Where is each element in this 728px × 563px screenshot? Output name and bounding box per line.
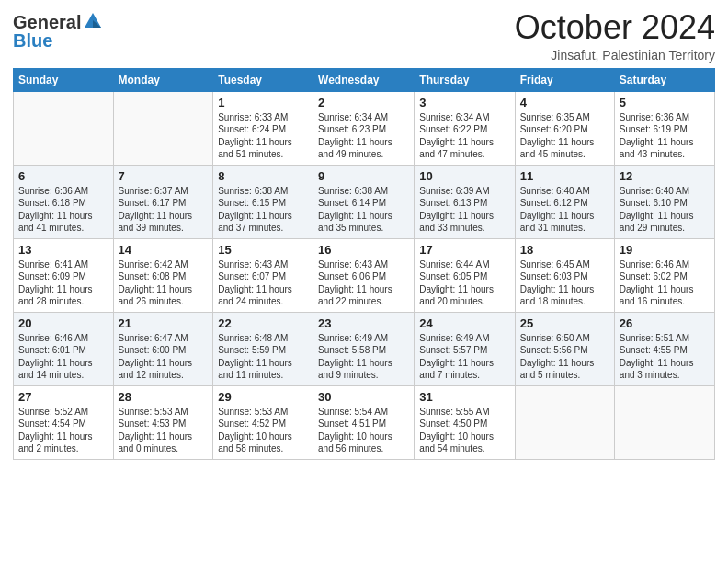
calendar-table: Sunday Monday Tuesday Wednesday Thursday… <box>13 68 715 460</box>
day-number: 31 <box>419 390 509 404</box>
day-number: 4 <box>520 96 609 109</box>
day-number: 10 <box>419 169 509 183</box>
day-number: 6 <box>18 169 108 183</box>
cell-info: Sunrise: 6:34 AMSunset: 6:22 PMDaylight:… <box>419 111 509 161</box>
day-number: 2 <box>318 96 409 109</box>
table-row: 1Sunrise: 6:33 AMSunset: 6:24 PMDaylight… <box>213 91 313 165</box>
cell-info: Sunrise: 5:53 AMSunset: 4:52 PMDaylight:… <box>218 406 308 455</box>
table-row: 4Sunrise: 6:35 AMSunset: 6:20 PMDaylight… <box>515 91 614 165</box>
day-number: 5 <box>620 96 710 109</box>
calendar-week-row: 6Sunrise: 6:36 AMSunset: 6:18 PMDaylight… <box>14 165 715 238</box>
day-number: 13 <box>18 243 108 257</box>
table-row: 10Sunrise: 6:39 AMSunset: 6:13 PMDayligh… <box>415 165 515 238</box>
cell-info: Sunrise: 6:42 AMSunset: 6:08 PMDaylight:… <box>119 259 209 308</box>
cell-info: Sunrise: 6:36 AMSunset: 6:18 PMDaylight:… <box>18 185 108 235</box>
table-row: 11Sunrise: 6:40 AMSunset: 6:12 PMDayligh… <box>515 165 614 238</box>
calendar-week-row: 1Sunrise: 6:33 AMSunset: 6:24 PMDaylight… <box>14 91 715 165</box>
table-row: 22Sunrise: 6:48 AMSunset: 5:59 PMDayligh… <box>213 312 313 385</box>
day-number: 12 <box>620 169 710 183</box>
day-number: 19 <box>620 243 710 257</box>
cell-info: Sunrise: 6:40 AMSunset: 6:10 PMDaylight:… <box>620 185 710 235</box>
day-number: 20 <box>18 316 108 330</box>
cell-info: Sunrise: 6:41 AMSunset: 6:09 PMDaylight:… <box>18 259 108 308</box>
cell-info: Sunrise: 6:39 AMSunset: 6:13 PMDaylight:… <box>419 185 509 235</box>
col-sunday: Sunday <box>14 68 114 91</box>
table-row: 23Sunrise: 6:49 AMSunset: 5:58 PMDayligh… <box>313 312 415 385</box>
day-number: 16 <box>318 243 409 257</box>
cell-info: Sunrise: 6:49 AMSunset: 5:57 PMDaylight:… <box>419 332 509 382</box>
table-row <box>515 385 614 459</box>
day-number: 22 <box>218 316 308 330</box>
cell-info: Sunrise: 6:38 AMSunset: 6:15 PMDaylight:… <box>218 185 308 235</box>
day-number: 17 <box>419 243 509 257</box>
table-row: 29Sunrise: 5:53 AMSunset: 4:52 PMDayligh… <box>213 385 313 459</box>
logo-general-text: General <box>13 13 81 31</box>
table-row: 6Sunrise: 6:36 AMSunset: 6:18 PMDaylight… <box>14 165 114 238</box>
day-number: 8 <box>218 169 308 183</box>
day-number: 9 <box>318 169 409 183</box>
cell-info: Sunrise: 6:33 AMSunset: 6:24 PMDaylight:… <box>218 111 308 161</box>
cell-info: Sunrise: 6:38 AMSunset: 6:14 PMDaylight:… <box>318 185 409 235</box>
table-row: 28Sunrise: 5:53 AMSunset: 4:53 PMDayligh… <box>113 385 213 459</box>
day-number: 30 <box>318 390 409 404</box>
table-row: 26Sunrise: 5:51 AMSunset: 4:55 PMDayligh… <box>614 312 714 385</box>
day-number: 14 <box>119 243 209 257</box>
table-row: 18Sunrise: 6:45 AMSunset: 6:03 PMDayligh… <box>515 238 614 312</box>
cell-info: Sunrise: 6:44 AMSunset: 6:05 PMDaylight:… <box>419 259 509 308</box>
cell-info: Sunrise: 6:48 AMSunset: 5:59 PMDaylight:… <box>218 332 308 382</box>
calendar-page: General Blue October 2024 Jinsafut, Pale… <box>0 0 728 563</box>
col-saturday: Saturday <box>614 68 714 91</box>
table-row: 15Sunrise: 6:43 AMSunset: 6:07 PMDayligh… <box>213 238 313 312</box>
cell-info: Sunrise: 5:53 AMSunset: 4:53 PMDaylight:… <box>119 406 209 455</box>
table-row: 24Sunrise: 6:49 AMSunset: 5:57 PMDayligh… <box>415 312 515 385</box>
col-wednesday: Wednesday <box>313 68 415 91</box>
cell-info: Sunrise: 6:46 AMSunset: 6:02 PMDaylight:… <box>620 259 710 308</box>
table-row: 14Sunrise: 6:42 AMSunset: 6:08 PMDayligh… <box>113 238 213 312</box>
day-number: 18 <box>520 243 609 257</box>
col-thursday: Thursday <box>415 68 515 91</box>
table-row: 30Sunrise: 5:54 AMSunset: 4:51 PMDayligh… <box>313 385 415 459</box>
cell-info: Sunrise: 5:55 AMSunset: 4:50 PMDaylight:… <box>419 406 509 455</box>
day-number: 23 <box>318 316 409 330</box>
table-row: 7Sunrise: 6:37 AMSunset: 6:17 PMDaylight… <box>113 165 213 238</box>
cell-info: Sunrise: 6:43 AMSunset: 6:06 PMDaylight:… <box>318 259 409 308</box>
col-friday: Friday <box>515 68 614 91</box>
table-row: 9Sunrise: 6:38 AMSunset: 6:14 PMDaylight… <box>313 165 415 238</box>
table-row: 5Sunrise: 6:36 AMSunset: 6:19 PMDaylight… <box>614 91 714 165</box>
day-number: 1 <box>218 96 308 109</box>
day-number: 24 <box>419 316 509 330</box>
cell-info: Sunrise: 6:34 AMSunset: 6:23 PMDaylight:… <box>318 111 409 161</box>
cell-info: Sunrise: 6:36 AMSunset: 6:19 PMDaylight:… <box>620 111 710 161</box>
cell-info: Sunrise: 6:50 AMSunset: 5:56 PMDaylight:… <box>520 332 609 382</box>
day-number: 3 <box>419 96 509 109</box>
calendar-week-row: 20Sunrise: 6:46 AMSunset: 6:01 PMDayligh… <box>14 312 715 385</box>
cell-info: Sunrise: 6:35 AMSunset: 6:20 PMDaylight:… <box>520 111 609 161</box>
day-number: 27 <box>18 390 108 404</box>
cell-info: Sunrise: 6:47 AMSunset: 6:00 PMDaylight:… <box>119 332 209 382</box>
table-row: 12Sunrise: 6:40 AMSunset: 6:10 PMDayligh… <box>614 165 714 238</box>
table-row: 20Sunrise: 6:46 AMSunset: 6:01 PMDayligh… <box>14 312 114 385</box>
cell-info: Sunrise: 5:54 AMSunset: 4:51 PMDaylight:… <box>318 406 409 455</box>
cell-info: Sunrise: 5:52 AMSunset: 4:54 PMDaylight:… <box>18 406 108 455</box>
table-row: 27Sunrise: 5:52 AMSunset: 4:54 PMDayligh… <box>14 385 114 459</box>
table-row: 31Sunrise: 5:55 AMSunset: 4:50 PMDayligh… <box>415 385 515 459</box>
day-number: 7 <box>119 169 209 183</box>
table-row: 19Sunrise: 6:46 AMSunset: 6:02 PMDayligh… <box>614 238 714 312</box>
month-title: October 2024 <box>515 9 715 46</box>
day-number: 28 <box>119 390 209 404</box>
cell-info: Sunrise: 6:49 AMSunset: 5:58 PMDaylight:… <box>318 332 409 382</box>
col-monday: Monday <box>113 68 213 91</box>
cell-info: Sunrise: 6:45 AMSunset: 6:03 PMDaylight:… <box>520 259 609 308</box>
logo-icon <box>83 11 103 31</box>
table-row: 3Sunrise: 6:34 AMSunset: 6:22 PMDaylight… <box>415 91 515 165</box>
table-row: 2Sunrise: 6:34 AMSunset: 6:23 PMDaylight… <box>313 91 415 165</box>
table-row: 8Sunrise: 6:38 AMSunset: 6:15 PMDaylight… <box>213 165 313 238</box>
cell-info: Sunrise: 6:37 AMSunset: 6:17 PMDaylight:… <box>119 185 209 235</box>
day-number: 11 <box>520 169 609 183</box>
table-row: 13Sunrise: 6:41 AMSunset: 6:09 PMDayligh… <box>14 238 114 312</box>
cell-info: Sunrise: 5:51 AMSunset: 4:55 PMDaylight:… <box>620 332 710 382</box>
location-text: Jinsafut, Palestinian Territory <box>515 48 715 63</box>
day-number: 29 <box>218 390 308 404</box>
calendar-week-row: 27Sunrise: 5:52 AMSunset: 4:54 PMDayligh… <box>14 385 715 459</box>
cell-info: Sunrise: 6:43 AMSunset: 6:07 PMDaylight:… <box>218 259 308 308</box>
